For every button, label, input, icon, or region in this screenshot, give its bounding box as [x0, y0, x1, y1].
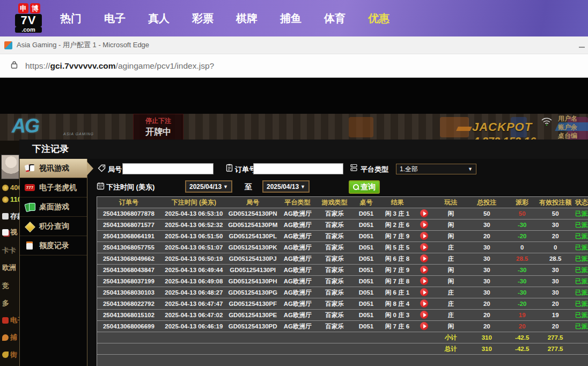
date-to-select[interactable]: 2025/04/13 ▼	[262, 180, 310, 193]
date-from-select[interactable]: 2025/04/13 ▼	[185, 180, 232, 193]
nav-item-体育[interactable]: 体育	[324, 11, 346, 26]
cell-payout: 50	[505, 210, 539, 217]
cell-valid: 30	[539, 222, 572, 228]
minimize-button[interactable]	[579, 47, 585, 48]
live-cards-icon	[25, 164, 35, 173]
site-logo[interactable]: 申 博 7V .com	[15, 3, 61, 33]
rail-item-label: 电子	[10, 316, 19, 325]
replay-play-icon[interactable]	[420, 277, 428, 285]
rail-item-竞: 竞	[2, 281, 9, 291]
round-input[interactable]	[122, 163, 214, 174]
cell: GD051254130PK	[227, 244, 278, 251]
search-button[interactable]: 查询	[349, 180, 380, 194]
replay-play-icon[interactable]	[420, 299, 428, 308]
rail-item-label: 欧洲	[2, 263, 16, 273]
round-tag-icon	[98, 164, 106, 172]
browser-urlbar[interactable]: https://gci.7vvvvvv.com/agingame/pcv1/in…	[0, 54, 588, 78]
table-row: 2504130680496622025-04-13 06:50:19GD0512…	[97, 253, 588, 265]
cell-replay	[414, 299, 433, 309]
sidebar-item-label: 桌面游戏	[39, 202, 69, 212]
nav-item-电子[interactable]: 电子	[104, 11, 126, 26]
replay-play-icon[interactable]	[420, 209, 428, 217]
cell: 闲 7 庄 9	[380, 232, 414, 240]
platform-select[interactable]: 1.全部 ▼	[396, 164, 476, 174]
cell-total: 30	[468, 289, 505, 296]
jackpot-decor-left	[456, 127, 472, 131]
cell: 2025-04-13 06:53:10	[160, 210, 227, 217]
header-总投注: 总投注	[468, 198, 505, 207]
cell-total: 30	[468, 255, 505, 262]
logo-brand: 7V	[15, 14, 42, 27]
cell: 百家乐	[317, 311, 352, 319]
cell-play: 闲	[433, 210, 468, 218]
cell-payout: 20	[505, 323, 539, 330]
cell-payout: -30	[505, 222, 539, 228]
sidebar-item-积分查询[interactable]: 积分查询	[20, 217, 87, 236]
cell-status: 已派彩	[572, 311, 588, 319]
grand-total-row-total: 310	[468, 346, 505, 352]
nav-item-真人[interactable]: 真人	[148, 11, 170, 26]
header-桌号: 桌号	[352, 198, 380, 207]
sidebar-item-label: 电子老虎机	[39, 183, 77, 193]
url-host: gci.7vvvvvv.com	[50, 61, 116, 70]
cell: AG欧洲厅	[278, 266, 317, 274]
cell-status: 已派彩	[572, 232, 588, 240]
replay-play-icon[interactable]	[420, 322, 428, 330]
cell: 闲 7 庄 6	[380, 323, 414, 331]
nav-item-彩票[interactable]: 彩票	[192, 11, 214, 26]
table-row: 2504130680066992025-04-13 06:46:19GD0512…	[97, 321, 588, 332]
cell: 闲 6 庄 1	[380, 289, 414, 297]
cell-valid: 20	[539, 323, 572, 330]
cell: AG欧洲厅	[278, 255, 317, 263]
table-row: 2504130680641912025-04-13 06:51:50GD0512…	[97, 231, 588, 242]
logo-badges: 申 博	[18, 3, 61, 13]
sidebar-item-视讯游戏[interactable]: 视讯游戏	[20, 159, 87, 178]
sidebar-item-电子老虎机[interactable]: 电子老虎机	[20, 178, 87, 197]
nav-item-优惠[interactable]: 优惠	[368, 11, 389, 26]
cell: 250413068037199	[97, 278, 160, 284]
replay-play-icon[interactable]	[420, 243, 428, 251]
cell-play: 闲	[433, 323, 468, 331]
cell-payout: -20	[505, 233, 539, 239]
cell: 闲 0 庄 3	[380, 311, 414, 319]
cell-valid: 0	[539, 244, 572, 251]
cell: 2025-04-13 06:47:02	[160, 312, 227, 318]
url-text[interactable]: https://gci.7vvvvvv.com/agingame/pcv1/in…	[25, 61, 214, 71]
coin-icon	[2, 196, 9, 203]
cell: 百家乐	[317, 277, 352, 286]
left-rail: 4003110.存款视卡卡欧洲竞多电子捕街	[0, 141, 19, 366]
cell-play: 闲	[433, 221, 468, 229]
user-info-panel: 用户名 账户余 桌台编	[558, 114, 588, 140]
replay-play-icon[interactable]	[420, 254, 428, 262]
cell-total: 30	[468, 222, 505, 228]
replay-play-icon[interactable]	[420, 232, 428, 240]
nav-item-热门[interactable]: 热门	[60, 11, 82, 26]
replay-play-icon[interactable]	[420, 288, 428, 296]
cell: 2025-04-13 06:46:19	[160, 323, 227, 330]
header-有效投注额: 有效投注额	[539, 198, 572, 207]
nav-item-捕鱼[interactable]: 捕鱼	[280, 11, 302, 26]
cell: 250413068077878	[97, 210, 160, 217]
cell: 2025-04-13 06:49:44	[160, 267, 227, 273]
order-input[interactable]	[253, 163, 343, 174]
cell: 闲 3 庄 1	[380, 210, 414, 218]
cell: AG欧洲厅	[278, 244, 317, 252]
cell: GD051254130PI	[227, 267, 278, 273]
coin-icon	[2, 185, 9, 191]
cell-replay	[414, 288, 433, 297]
cell-replay	[414, 277, 433, 286]
cell-play: 庄	[433, 300, 468, 308]
nav-item-棋牌[interactable]: 棋牌	[236, 11, 258, 26]
cell: 2025-04-13 06:50:19	[160, 255, 227, 262]
cell: AG欧洲厅	[278, 277, 317, 286]
cell: 闲 2 庄 6	[380, 221, 414, 229]
logo-badge-1: 申	[18, 3, 28, 13]
sidebar-item-桌面游戏[interactable]: 桌面游戏	[20, 197, 87, 217]
replay-play-icon[interactable]	[420, 221, 428, 229]
sidebar-item-额度记录[interactable]: 额度记录	[20, 236, 87, 255]
points-diamond-icon	[25, 222, 35, 231]
browser-titlebar: Asia Gaming - 用户配置 1 - Microsoft Edge	[0, 36, 588, 54]
replay-play-icon[interactable]	[420, 311, 428, 319]
replay-play-icon[interactable]	[420, 266, 428, 274]
cell: 百家乐	[317, 289, 352, 297]
